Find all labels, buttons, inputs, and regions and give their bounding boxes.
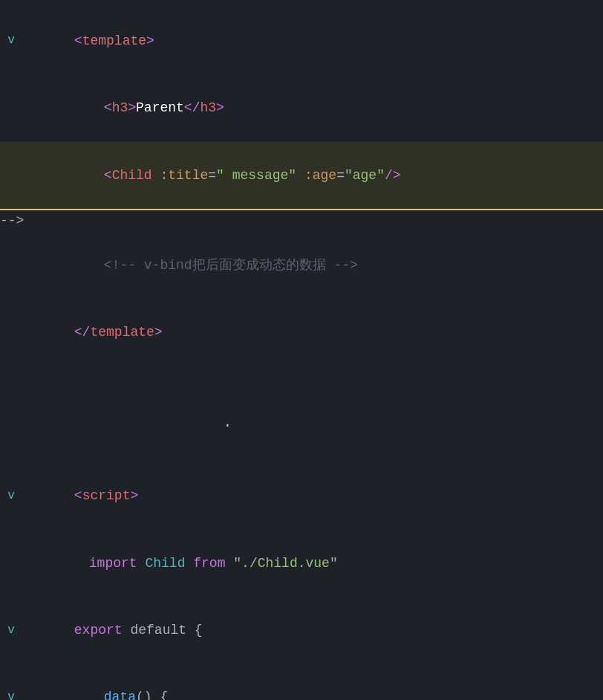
code-line-11: v data() { xyxy=(0,664,603,701)
line-content-1: <template> xyxy=(22,9,603,73)
line-content-7: · xyxy=(22,392,603,461)
code-line-9: import Child from "./Child.vue" xyxy=(0,530,603,597)
code-line-3: <Child :title=" message" :age="age"/> xyxy=(0,142,603,210)
code-line-5: </template> xyxy=(0,299,603,366)
code-line-8: v <script> xyxy=(0,462,603,529)
line-content-9: import Child from "./Child.vue" xyxy=(22,531,603,595)
code-line-6 xyxy=(0,366,603,391)
code-line-10: v export default { xyxy=(0,597,603,664)
chevron-11: v xyxy=(0,688,22,700)
line-content-5: </template> xyxy=(22,300,603,364)
code-editor: v <template> <h3>Parent</h3> <Child :tit… xyxy=(0,0,603,700)
chevron-10: v xyxy=(0,621,22,641)
chevron-1: v xyxy=(0,31,22,51)
line-content-4: <!-- v-bind把后面变成动态的数据 --> xyxy=(22,233,603,297)
code-line-2: <h3>Parent</h3> xyxy=(0,74,603,141)
line-content-2: <h3>Parent</h3> xyxy=(22,76,603,140)
line-content-8: <script> xyxy=(22,464,603,528)
token: template xyxy=(82,33,146,48)
line-content-10: export default { xyxy=(22,598,603,662)
code-line-1: v <template> xyxy=(0,7,603,74)
code-line-4: <!-- v-bind把后面变成动态的数据 --> xyxy=(0,232,603,299)
token: > xyxy=(146,33,154,48)
line-content-3: <Child :title=" message" :age="age"/> xyxy=(22,143,603,207)
chevron-8: v xyxy=(0,487,22,506)
code-line-7: · xyxy=(0,391,603,463)
line-content-11: data() { xyxy=(22,666,603,701)
token: < xyxy=(74,33,82,48)
line-content-6 xyxy=(22,368,603,389)
